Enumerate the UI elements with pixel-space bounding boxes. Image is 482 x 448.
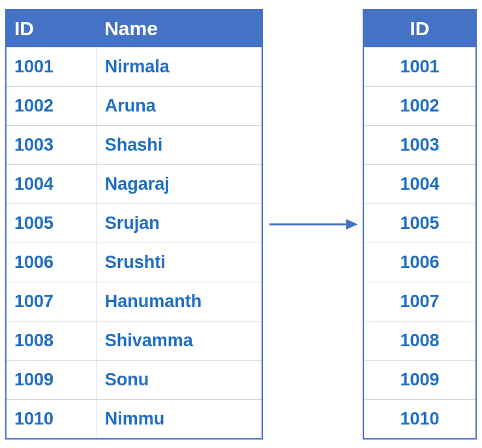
cell-id: 1003 (6, 126, 97, 165)
cell-id: 1003 (363, 126, 476, 165)
table-header-row: ID Name (6, 10, 262, 48)
cell-id: 1006 (363, 243, 476, 282)
table-row: 1003 (363, 126, 476, 165)
table-row: 1009 (363, 361, 476, 400)
table-row: 1004 Nagaraj (6, 165, 262, 204)
cell-name: Sonu (97, 361, 262, 400)
arrow-connector (263, 5, 363, 443)
result-table: ID 1001 1002 1003 1004 1005 1006 100 (363, 9, 477, 440)
column-header-id: ID (6, 10, 97, 48)
table-row: 1010 (363, 400, 476, 439)
column-header-name: Name (97, 10, 262, 48)
arrow-right-icon (266, 211, 359, 237)
cell-id: 1008 (363, 321, 476, 361)
table-header-row: ID (363, 10, 476, 48)
cell-name: Nimmu (97, 400, 262, 439)
cell-id: 1005 (363, 204, 476, 243)
cell-id: 1001 (6, 48, 97, 87)
cell-id: 1002 (6, 87, 97, 126)
table-row: 1009 Sonu (6, 361, 262, 400)
table-row: 1001 Nirmala (6, 48, 262, 87)
table-row: 1005 (363, 204, 476, 243)
table-row: 1002 Aruna (6, 87, 262, 126)
cell-id: 1007 (6, 282, 97, 321)
cell-id: 1004 (6, 165, 97, 204)
cell-name: Srushti (97, 243, 262, 282)
source-table: ID Name 1001 Nirmala 1002 Aruna 1003 Sha… (5, 9, 263, 440)
table-row: 1004 (363, 165, 476, 204)
table-row: 1003 Shashi (6, 126, 262, 165)
table-row: 1006 (363, 243, 476, 282)
column-header-id: ID (363, 10, 476, 48)
cell-name: Shivamma (97, 321, 262, 361)
table-row: 1010 Nimmu (6, 400, 262, 439)
table-row: 1001 (363, 48, 476, 87)
cell-id: 1010 (363, 400, 476, 439)
cell-id: 1010 (6, 400, 97, 439)
table-row: 1008 (363, 321, 476, 361)
cell-name: Nagaraj (97, 165, 262, 204)
table-row: 1005 Srujan (6, 204, 262, 243)
cell-name: Srujan (97, 204, 262, 243)
cell-name: Aruna (97, 87, 262, 126)
table-row: 1002 (363, 87, 476, 126)
cell-id: 1008 (6, 321, 97, 361)
table-row: 1007 Hanumanth (6, 282, 262, 321)
cell-id: 1002 (363, 87, 476, 126)
cell-name: Hanumanth (97, 282, 262, 321)
cell-id: 1006 (6, 243, 97, 282)
cell-name: Nirmala (97, 48, 262, 87)
cell-id: 1004 (363, 165, 476, 204)
cell-id: 1005 (6, 204, 97, 243)
cell-id: 1009 (6, 361, 97, 400)
cell-id: 1001 (363, 48, 476, 87)
cell-id: 1009 (363, 361, 476, 400)
svg-marker-1 (346, 219, 358, 230)
table-row: 1007 (363, 282, 476, 321)
table-row: 1008 Shivamma (6, 321, 262, 361)
cell-id: 1007 (363, 282, 476, 321)
cell-name: Shashi (97, 126, 262, 165)
table-row: 1006 Srushti (6, 243, 262, 282)
tables-container: ID Name 1001 Nirmala 1002 Aruna 1003 Sha… (5, 5, 477, 443)
